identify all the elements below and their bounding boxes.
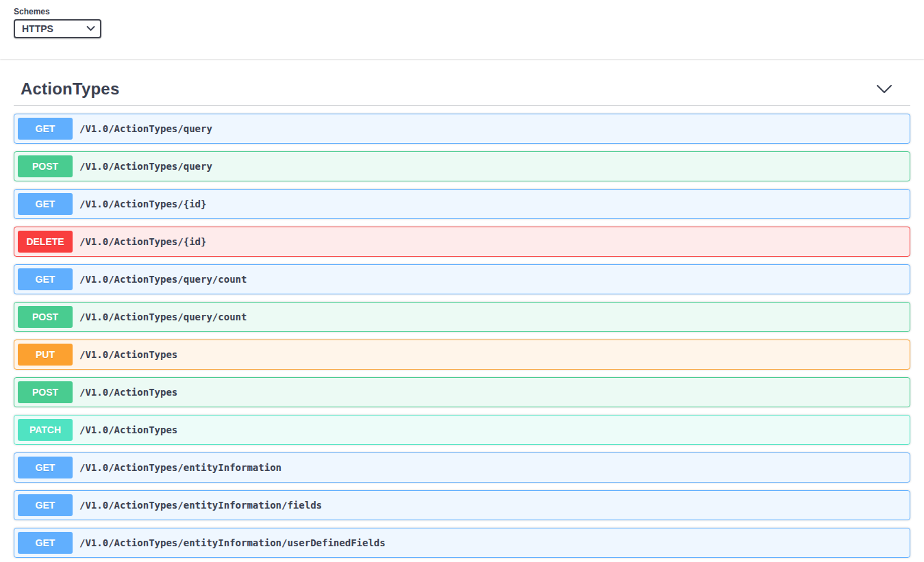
section-title: ActionTypes	[21, 79, 119, 99]
method-badge: POST	[18, 155, 73, 177]
operation-path: /V1.0/ActionTypes	[73, 387, 184, 398]
method-badge: GET	[18, 268, 73, 290]
method-badge: GET	[18, 193, 73, 215]
operation-row[interactable]: GET/V1.0/ActionTypes/query	[14, 114, 910, 144]
section-header-actiontypes[interactable]: ActionTypes	[14, 79, 910, 106]
operation-row[interactable]: POST/V1.0/ActionTypes/query	[14, 151, 910, 181]
method-badge: GET	[18, 532, 73, 554]
operation-row[interactable]: GET/V1.0/ActionTypes/entityInformation	[14, 452, 910, 483]
operation-row[interactable]: DELETE/V1.0/ActionTypes/{id}	[14, 227, 910, 257]
chevron-down-icon[interactable]	[876, 83, 892, 95]
scheme-select[interactable]: HTTPS	[14, 19, 101, 38]
operation-row[interactable]: POST/V1.0/ActionTypes	[14, 377, 910, 407]
operation-path: /V1.0/ActionTypes/entityInformation/fiel…	[73, 500, 329, 511]
method-badge: PATCH	[18, 419, 73, 441]
method-badge: DELETE	[18, 231, 73, 253]
operation-row[interactable]: GET/V1.0/ActionTypes/entityInformation/f…	[14, 490, 910, 520]
operation-row[interactable]: GET/V1.0/ActionTypes/{id}	[14, 189, 910, 219]
schemes-bar: Schemes HTTPS	[0, 0, 924, 59]
operation-path: /V1.0/ActionTypes	[73, 424, 184, 435]
operation-row[interactable]: GET/V1.0/ActionTypes/entityInformation/u…	[14, 528, 910, 558]
operation-path: /V1.0/ActionTypes/{id}	[73, 236, 213, 247]
schemes-label: Schemes	[14, 7, 910, 16]
operation-path: /V1.0/ActionTypes/query	[73, 161, 219, 172]
api-section: ActionTypes GET/V1.0/ActionTypes/queryPO…	[0, 79, 924, 558]
operation-path: /V1.0/ActionTypes/entityInformation/user…	[73, 537, 392, 548]
method-badge: PUT	[18, 344, 73, 366]
operation-path: /V1.0/ActionTypes	[73, 349, 184, 360]
operation-row[interactable]: PATCH/V1.0/ActionTypes	[14, 415, 910, 445]
method-badge: GET	[18, 494, 73, 516]
operation-path: /V1.0/ActionTypes/{id}	[73, 199, 213, 209]
method-badge: GET	[18, 118, 73, 140]
operation-path: /V1.0/ActionTypes/entityInformation	[73, 462, 288, 473]
method-badge: POST	[18, 306, 73, 328]
operation-path: /V1.0/ActionTypes/query	[73, 123, 219, 134]
method-badge: POST	[18, 381, 73, 403]
operation-path: /V1.0/ActionTypes/query/count	[73, 311, 253, 322]
operation-row[interactable]: PUT/V1.0/ActionTypes	[14, 340, 910, 370]
method-badge: GET	[18, 457, 73, 478]
operation-row[interactable]: GET/V1.0/ActionTypes/query/count	[14, 264, 910, 294]
scheme-select-wrap: HTTPS	[14, 19, 101, 38]
operation-row[interactable]: POST/V1.0/ActionTypes/query/count	[14, 302, 910, 332]
operations-list: GET/V1.0/ActionTypes/queryPOST/V1.0/Acti…	[14, 114, 910, 558]
operation-path: /V1.0/ActionTypes/query/count	[73, 274, 253, 285]
